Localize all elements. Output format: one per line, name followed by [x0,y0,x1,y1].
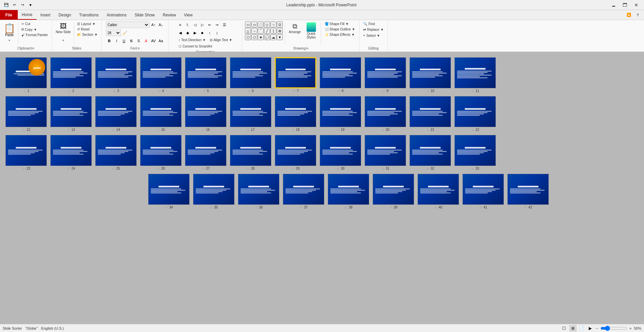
slide-item-26[interactable]: ☆26 [140,135,182,170]
slide-thumb-3[interactable] [95,57,137,88]
home-tab[interactable]: Home [18,10,37,20]
slide-thumb-6[interactable] [230,57,271,88]
slide-item-15[interactable]: ☆15 [140,96,182,132]
font-expand-icon[interactable]: ⧉ [138,47,140,50]
help-button[interactable]: ? [634,11,641,19]
slide-star-25[interactable]: ☆ [112,167,115,170]
slide-thumb-20[interactable] [365,96,406,127]
strikethrough-button[interactable]: S [128,37,135,44]
slide-thumb-28[interactable] [230,135,271,166]
transitions-tab[interactable]: Transitions [75,10,103,20]
slide-star-21[interactable]: ☆ [426,128,429,132]
slide-star-24[interactable]: ☆ [67,167,70,170]
slide-thumb-31[interactable] [365,135,406,166]
slide-item-27[interactable]: ☆27 [185,135,227,170]
slide-item-28[interactable]: ☆28 [230,135,271,170]
slide-thumb-8[interactable] [320,57,361,88]
slide-item-10[interactable]: ☆ 10 [409,57,451,93]
review-tab[interactable]: Review [159,10,180,20]
shape-star-btn[interactable]: ★ [258,34,264,40]
slide-thumb-9[interactable] [365,57,406,88]
reading-view-button[interactable]: 📄 [578,325,585,331]
shape-diamond-btn[interactable]: ◇ [264,21,270,27]
shadow-button[interactable]: S [135,37,142,44]
slide-star-14[interactable]: ☆ [112,128,115,132]
close-button[interactable]: ✕ [631,2,641,8]
font-name-select[interactable]: Calibri [106,21,149,28]
slide-thumb-34[interactable] [148,174,190,205]
slide-thumb-18[interactable] [275,96,316,127]
italic-button[interactable]: I [113,37,120,44]
view-tab[interactable]: View [180,10,197,20]
slide-star-18[interactable]: ☆ [292,128,295,132]
minimize-button[interactable]: 🗕 [608,2,619,8]
slide-item-34[interactable]: ☆34 [148,174,190,209]
drawing-expand-icon[interactable]: ⧉ [306,47,308,50]
new-slide-button[interactable]: 🖼 New Slide [54,21,72,39]
slide-thumb-29[interactable] [275,135,316,166]
font-size-select[interactable]: 28 [106,29,121,36]
slide-star-33[interactable]: ☆ [471,167,474,170]
slide-item-25[interactable]: ☆25 [95,135,137,170]
layout-button[interactable]: ☰ Layout ▼ [75,21,99,26]
underline-button[interactable]: U [121,37,127,44]
slide-item-32[interactable]: ☆32 [409,135,451,170]
zoom-minus-icon[interactable]: − [596,326,598,331]
slide-item-30[interactable]: ☆30 [320,135,361,170]
shape-hex-btn[interactable]: ⬡ [251,34,257,40]
slide-star-12[interactable]: ☆ [22,128,25,132]
slide-star-4[interactable]: ☆ [158,89,161,93]
slide-item-16[interactable]: ☆16 [185,96,227,132]
indent-decrease-button[interactable]: ◁ [192,21,198,28]
slide-thumb-7[interactable] [275,57,316,88]
clipboard-expand-icon[interactable]: ⧉ [32,47,34,50]
slide-thumb-41[interactable] [462,174,504,205]
file-menu[interactable]: File [0,10,18,20]
slide-star-31[interactable]: ☆ [381,167,384,170]
slide-item-6[interactable]: ☆ 6 [230,57,271,93]
shape-outline-button[interactable]: ⬜ Shape Outline ▼ [323,27,357,32]
undo-button[interactable]: ↩ [11,2,18,8]
slide-item-14[interactable]: ☆14 [95,96,137,132]
numbering-button[interactable]: ⒈ [184,21,191,28]
slide-thumb-25[interactable] [95,135,137,166]
maximize-button[interactable]: 🗖 [620,2,630,8]
slide-star-29[interactable]: ☆ [292,167,295,170]
quick-styles-button[interactable]: Quick Styles [304,21,319,40]
slide-item-21[interactable]: ☆21 [409,96,451,132]
slide-thumb-40[interactable] [417,174,459,205]
slide-thumb-5[interactable] [185,57,227,88]
shape-pentagon-btn[interactable]: ⬠ [245,34,251,40]
shape-rounded-btn[interactable]: ⬜ [258,21,264,27]
paste-dropdown[interactable]: ▼ [8,39,11,42]
slide-star-41[interactable]: ☆ [479,205,482,209]
zoom-plus-icon[interactable]: + [629,326,632,331]
ribbon-collapse-button[interactable]: 🔼 [625,11,633,19]
align-justify-button[interactable]: ■ [199,29,206,36]
slide-star-15[interactable]: ☆ [157,128,160,132]
slide-star-5[interactable]: ☆ [203,89,206,93]
slide-item-41[interactable]: ☆41 [462,174,504,209]
slide-item-35[interactable]: ☆35 [193,174,235,209]
select-button[interactable]: ⌖ Select ▼ [362,33,382,38]
shape-arrow-btn[interactable]: → [251,28,257,34]
slide-thumb-4[interactable] [140,57,182,88]
col-button[interactable]: ☰ [221,21,228,28]
bullets-button[interactable]: ≡ [177,21,184,28]
slide-item-13[interactable]: ☆13 [50,96,92,132]
copy-button[interactable]: ⧉ Copy ▼ [20,27,50,32]
slide-thumb-39[interactable] [373,174,414,205]
slide-star-8[interactable]: ☆ [337,89,340,93]
slide-thumb-37[interactable] [283,174,324,205]
convert-smartart-button[interactable]: ⬡ Convert to SmartArt [177,44,214,49]
slide-item-38[interactable]: ☆38 [328,174,369,209]
para-spacing-button[interactable]: ↨ [214,29,220,36]
slide-item-31[interactable]: ☆31 [365,135,406,170]
fontcolor-button[interactable]: A [143,37,149,44]
slide-thumb-33[interactable] [454,135,496,166]
slide-thumb-21[interactable] [409,96,451,127]
slide-thumb-27[interactable] [185,135,227,166]
slide-item-2[interactable]: ☆ 2 [50,57,92,93]
align-text-button[interactable]: ⊟ Align Text ▼ [208,37,234,43]
slide-thumb-36[interactable] [238,174,279,205]
